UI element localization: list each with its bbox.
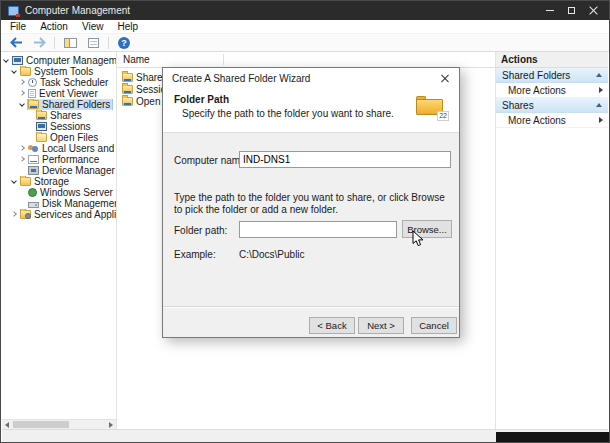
computer-management-window: Computer Management File Action View Hel… <box>0 0 610 443</box>
sessions-icon <box>36 122 47 131</box>
scrollbar-thumb[interactable] <box>13 421 69 428</box>
toolbar-separator <box>108 37 109 49</box>
dialog-separator <box>163 306 459 308</box>
tree-item-task-scheduler[interactable]: Task Scheduler <box>2 77 116 88</box>
shared-folder-icon <box>122 85 133 94</box>
chevron-expanded-icon[interactable] <box>19 101 25 107</box>
mouse-cursor <box>412 230 424 248</box>
example-label: Example: <box>174 249 216 260</box>
chevron-expanded-icon[interactable] <box>11 178 17 184</box>
window-title: Computer Management <box>25 5 130 16</box>
chevron-collapsed-icon[interactable] <box>19 90 25 96</box>
folder-path-input[interactable] <box>239 221 397 238</box>
actions-section-shares[interactable]: Shares <box>496 98 608 113</box>
tree-item-computer-management-local[interactable]: Computer Management (Local) <box>2 55 116 66</box>
shared-folder-icon <box>122 73 133 82</box>
log-icon <box>28 89 36 98</box>
close-icon <box>441 75 449 83</box>
tree-item-shared-folders[interactable]: Shared Folders <box>2 99 116 110</box>
back-button[interactable]: < Back <box>309 317 355 334</box>
more-actions-shared-folders[interactable]: More Actions <box>496 83 608 98</box>
collapse-section-icon[interactable] <box>596 73 602 77</box>
wizard-folder-icon: 22 <box>416 95 446 119</box>
chevron-collapsed-icon[interactable] <box>19 156 25 162</box>
submenu-arrow-icon <box>599 117 603 123</box>
scroll-left-arrow-icon[interactable] <box>2 420 12 429</box>
toolbar: ? <box>1 34 609 52</box>
computer-icon <box>12 56 23 65</box>
menu-bar: File Action View Help <box>1 20 609 34</box>
device-icon <box>28 166 39 175</box>
menu-help[interactable]: Help <box>117 21 138 32</box>
more-actions-shares[interactable]: More Actions <box>496 113 608 128</box>
tree-item-system-tools[interactable]: System Tools <box>2 66 116 77</box>
submenu-arrow-icon <box>599 87 603 93</box>
example-value: C:\Docs\Public <box>239 249 305 260</box>
dialog-header: Folder Path Specify the path to the fold… <box>163 89 459 133</box>
clock-icon <box>28 78 37 87</box>
collapse-section-icon[interactable] <box>596 103 602 107</box>
tree-item-event-viewer[interactable]: Event Viewer <box>2 88 116 99</box>
chevron-collapsed-icon[interactable] <box>19 145 25 151</box>
computer-name-field[interactable] <box>239 151 451 168</box>
next-button[interactable]: Next > <box>358 317 404 334</box>
folder-icon-badge: 22 <box>437 111 449 121</box>
menu-file[interactable]: File <box>10 21 26 32</box>
minimize-button[interactable] <box>546 10 554 11</box>
folder-icon <box>20 177 31 186</box>
chevron-expanded-icon[interactable] <box>3 57 9 63</box>
actions-section-shared-folders[interactable]: Shared Folders <box>496 68 608 83</box>
tree-item-shares[interactable]: Shares <box>2 110 116 121</box>
actions-pane: Actions Shared Folders More Actions Shar… <box>495 52 608 429</box>
dialog-subheading: Specify the path to the folder you want … <box>182 108 394 119</box>
forward-arrow-icon[interactable] <box>31 35 47 50</box>
folder-path-label: Folder path: <box>174 225 227 236</box>
open-folder-icon <box>36 133 47 142</box>
maximize-button[interactable] <box>568 7 575 14</box>
computer-name-label: Computer name: <box>174 155 248 166</box>
tree-item-device-manager[interactable]: Device Manager <box>2 165 116 176</box>
gear-folder-icon <box>20 210 31 219</box>
scroll-right-arrow-icon[interactable] <box>106 420 116 429</box>
window-close-button[interactable] <box>589 6 598 15</box>
shared-folder-icon <box>28 100 39 109</box>
toolbar-separator <box>54 37 55 49</box>
computer-management-icon <box>8 6 19 16</box>
show-console-tree-icon[interactable] <box>62 35 78 50</box>
chevron-collapsed-icon[interactable] <box>11 211 17 217</box>
chevron-collapsed-icon[interactable] <box>19 79 25 85</box>
window-titlebar[interactable]: Computer Management <box>1 1 609 20</box>
menu-action[interactable]: Action <box>40 21 68 32</box>
actions-pane-title: Actions <box>496 52 608 68</box>
dialog-title: Create A Shared Folder Wizard <box>172 73 310 84</box>
shared-folder-icon <box>122 97 133 106</box>
dialog-instruction: Type the path to the folder you want to … <box>174 192 448 216</box>
chart-icon <box>28 155 39 164</box>
folder-icon <box>20 67 31 76</box>
browse-button[interactable]: Browse... <box>402 220 452 238</box>
column-header-name[interactable]: Name <box>117 52 495 68</box>
taskbar-fragment[interactable] <box>496 432 609 442</box>
dialog-heading: Folder Path <box>174 94 229 105</box>
create-shared-folder-wizard-dialog: Create A Shared Folder Wizard Folder Pat… <box>162 67 460 338</box>
shared-folder-icon <box>36 111 47 120</box>
back-arrow-icon[interactable] <box>8 35 24 50</box>
menu-view[interactable]: View <box>82 21 104 32</box>
tree-item-storage[interactable]: Storage <box>2 176 116 187</box>
horizontal-scrollbar[interactable] <box>2 419 116 429</box>
tree-item-sessions[interactable]: Sessions <box>2 121 116 132</box>
tree-item-services-and-applications[interactable]: Services and Applications <box>2 209 116 220</box>
cancel-button[interactable]: Cancel <box>411 317 457 334</box>
help-icon[interactable]: ? <box>116 35 132 50</box>
users-icon <box>28 144 39 153</box>
dialog-close-button[interactable] <box>430 68 459 89</box>
properties-icon[interactable] <box>85 35 101 50</box>
dialog-titlebar[interactable]: Create A Shared Folder Wizard <box>163 68 459 89</box>
tree-item-local-users-and-groups[interactable]: Local Users and Groups <box>2 143 116 154</box>
chevron-expanded-icon[interactable] <box>11 68 17 74</box>
tree-item-disk-management[interactable]: Disk Management <box>2 198 116 209</box>
tree-item-windows-server-backup[interactable]: Windows Server Backup <box>2 187 116 198</box>
tree-item-open-files[interactable]: Open Files <box>2 132 116 143</box>
tree-item-performance[interactable]: Performance <box>2 154 116 165</box>
backup-icon <box>28 188 37 197</box>
